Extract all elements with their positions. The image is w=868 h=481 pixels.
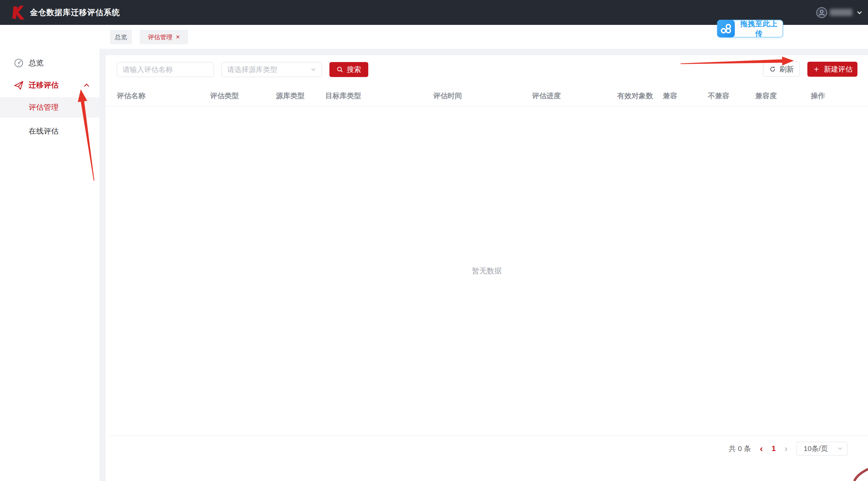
tab-overview[interactable]: 总览 <box>110 30 132 44</box>
refresh-button-label: 刷新 <box>779 64 794 74</box>
chevron-up-icon <box>83 82 90 89</box>
page-size-select[interactable]: 10条/页 <box>796 442 848 455</box>
sidebar: 总览 迁移评估 评估管理 在线评估 <box>0 25 99 481</box>
close-icon[interactable]: × <box>176 33 180 40</box>
column-header: 兼容 <box>663 91 708 101</box>
evaluation-name-input[interactable] <box>117 62 214 77</box>
empty-state-text: 暂无数据 <box>106 266 868 276</box>
create-evaluation-button[interactable]: ＋ 新建评估 <box>807 62 857 77</box>
user-menu[interactable] <box>816 0 863 25</box>
select-placeholder: 请选择源库类型 <box>227 65 277 74</box>
kingbase-logo-icon <box>10 5 26 20</box>
content-gap-left <box>99 49 106 481</box>
page-number[interactable]: 1 <box>772 444 776 453</box>
app-title: 金仓数据库迁移评估系统 <box>30 0 120 25</box>
chevron-down-icon[interactable] <box>856 10 863 16</box>
sidebar-item-evaluation-management[interactable]: 评估管理 <box>0 97 99 118</box>
search-button-label: 搜索 <box>347 65 361 74</box>
column-header: 评估进度 <box>532 91 617 101</box>
tab-label: 评估管理 <box>148 33 172 41</box>
send-icon <box>14 80 24 90</box>
create-button-label: 新建评估 <box>824 64 853 74</box>
column-header: 源库类型 <box>276 91 325 101</box>
user-avatar[interactable] <box>816 7 827 18</box>
next-page-icon[interactable]: › <box>785 444 788 454</box>
column-header: 有效对象数 <box>617 91 663 101</box>
content-gap <box>99 49 868 55</box>
drag-upload-widget[interactable]: 拖拽至此上传 <box>717 20 783 37</box>
app-window: 金仓数据库迁移评估系统 总览 <box>0 0 868 481</box>
column-header: 兼容度 <box>755 91 811 101</box>
sidebar-item-label: 评估管理 <box>29 102 59 112</box>
search-button[interactable]: 搜索 <box>329 62 368 77</box>
pagination: 共 0 条 ‹ 1 › 10条/页 <box>729 441 848 456</box>
sidebar-item-online-evaluation[interactable]: 在线评估 <box>0 121 99 141</box>
plus-icon: ＋ <box>812 65 821 73</box>
sidebar-item-overview[interactable]: 总览 <box>0 55 99 71</box>
column-header: 评估名称 <box>117 91 210 101</box>
dashboard-gauge-icon <box>14 58 24 68</box>
column-header: 评估类型 <box>210 91 276 101</box>
tab-evaluation-management[interactable]: 评估管理 × <box>140 30 188 44</box>
column-header: 评估时间 <box>433 91 532 101</box>
pagination-total: 共 0 条 <box>729 444 751 453</box>
user-name-redacted <box>830 9 852 16</box>
source-db-type-select[interactable]: 请选择源库类型 <box>221 62 322 77</box>
column-header: 操作 <box>811 91 858 101</box>
chevron-down-icon <box>310 66 317 73</box>
prev-page-icon[interactable]: ‹ <box>760 444 763 454</box>
sidebar-item-migration-evaluation[interactable]: 迁移评估 <box>0 77 99 93</box>
column-header: 不兼容 <box>708 91 755 101</box>
sidebar-item-label: 总览 <box>29 58 44 68</box>
refresh-button[interactable]: 刷新 <box>763 62 800 77</box>
evaluation-management-panel: 请选择源库类型 搜索 刷新 ＋ 新建评估 评估名称 评估 <box>106 55 868 481</box>
chevron-down-icon <box>837 446 843 452</box>
netdisk-cloud-icon <box>717 20 735 37</box>
page-size-value: 10条/页 <box>804 444 828 453</box>
refresh-icon <box>769 66 776 73</box>
person-icon <box>818 9 825 16</box>
column-header: 目标库类型 <box>325 91 433 101</box>
search-icon <box>337 66 343 73</box>
tab-label: 总览 <box>115 33 127 41</box>
table-header-row: 评估名称 评估类型 源库类型 目标库类型 评估时间 评估进度 有效对象数 兼容 … <box>106 85 868 106</box>
drag-upload-label: 拖拽至此上传 <box>738 19 780 38</box>
footer-divider <box>110 436 868 436</box>
sidebar-item-label: 在线评估 <box>29 126 59 136</box>
sidebar-item-label: 迁移评估 <box>29 80 59 90</box>
